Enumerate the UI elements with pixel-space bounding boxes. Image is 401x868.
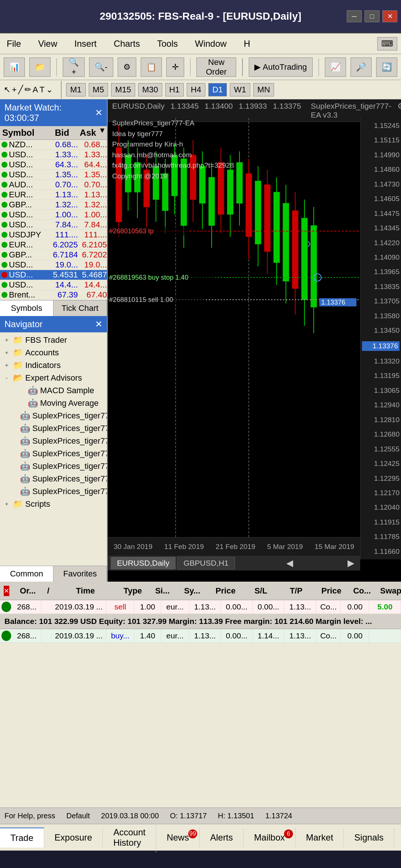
- chart-area[interactable]: EURUSD,Daily 1.13345 1.13400 1.13933 1.1…: [108, 99, 401, 582]
- order-panel-close-button[interactable]: ✕: [4, 586, 9, 596]
- status-dot: [1, 242, 7, 248]
- list-item[interactable]: Brent... 67.39 67.40: [0, 290, 107, 300]
- list-item[interactable]: USDJPY 111.... 111....: [0, 230, 107, 240]
- tab-tick-chart[interactable]: Tick Chart: [53, 300, 107, 316]
- tree-item-expert-advisors[interactable]: - 📂 Expert Advisors: [0, 372, 107, 384]
- keyboard-icon[interactable]: ⌨: [377, 37, 397, 50]
- list-item[interactable]: USD... 1.35... 1.35...: [0, 170, 107, 180]
- col-slash: /: [43, 586, 54, 596]
- close-button[interactable]: ✕: [382, 10, 397, 22]
- history-button[interactable]: 📈: [325, 57, 346, 77]
- menu-view[interactable]: View: [35, 37, 61, 50]
- tab-market[interactable]: Market: [296, 828, 344, 847]
- search-button[interactable]: 🔎: [351, 57, 372, 77]
- menu-help[interactable]: H: [241, 37, 253, 50]
- cursor-tool[interactable]: ↖: [4, 85, 10, 95]
- list-item[interactable]: AUD... 0.70... 0.70...: [0, 180, 107, 190]
- pencil-tool[interactable]: ✏: [25, 85, 31, 95]
- list-item[interactable]: EUR... 1.13... 1.13...: [0, 190, 107, 200]
- period-tool[interactable]: T: [40, 85, 45, 95]
- tree-item-scripts[interactable]: + 📁 Scripts: [0, 498, 107, 510]
- ask-value: 0.68...: [78, 140, 107, 149]
- menu-window[interactable]: Window: [192, 37, 229, 50]
- zoom-out-button[interactable]: 🔍-: [89, 57, 113, 77]
- tab-articles[interactable]: Articles: [394, 828, 401, 847]
- tree-item-moving-average[interactable]: 🤖 Moving Average: [0, 397, 107, 410]
- ea-icon: 🤖: [20, 412, 30, 420]
- list-item[interactable]: GBP... 1.32... 1.32...: [0, 200, 107, 210]
- market-watch-close[interactable]: ✕: [95, 108, 102, 118]
- tree-item-accounts[interactable]: + 📁 Accounts: [0, 346, 107, 359]
- properties-button[interactable]: ⚙: [118, 57, 136, 77]
- line-tool[interactable]: ╱: [18, 85, 23, 95]
- list-item[interactable]: GBP... 6.7184 6.7202: [0, 250, 107, 260]
- tf-m1[interactable]: M1: [66, 83, 86, 96]
- tab-symbols[interactable]: Symbols: [0, 300, 53, 316]
- tree-item-suplex-3[interactable]: 🤖 SuplexPrices_tiger777...: [0, 435, 107, 447]
- tf-m5[interactable]: M5: [89, 83, 108, 96]
- mailbox-badge: 6: [284, 829, 293, 838]
- tree-item-fbs-trader[interactable]: + 📁 FBS Trader: [0, 334, 107, 346]
- tf-m30[interactable]: M30: [138, 83, 162, 96]
- tree-item-suplex-4[interactable]: 🤖 SuplexPrices_tiger777...: [0, 447, 107, 460]
- maximize-button[interactable]: □: [365, 10, 379, 22]
- text-tool[interactable]: A: [33, 85, 38, 95]
- expander-indicators: +: [3, 362, 10, 369]
- navigator-close[interactable]: ✕: [95, 319, 102, 329]
- minimize-button[interactable]: ─: [347, 10, 362, 22]
- chart-nav-right[interactable]: ▶: [345, 558, 357, 568]
- crosshair-button[interactable]: ✛: [166, 57, 184, 77]
- open-button[interactable]: 📁: [29, 57, 50, 77]
- list-item[interactable]: USD... 7.84... 7.84...: [0, 220, 107, 230]
- cross-tool[interactable]: +: [12, 85, 17, 95]
- tab-alerts[interactable]: Alerts: [200, 828, 244, 847]
- list-item[interactable]: NZD... 0.68... 0.68...: [0, 140, 107, 150]
- tree-item-suplex-5[interactable]: 🤖 SuplexPrices_tiger777...: [0, 460, 107, 473]
- tab-account-history[interactable]: Account History: [103, 823, 156, 852]
- tf-w1[interactable]: W1: [230, 83, 250, 96]
- tree-item-suplex-1[interactable]: 🤖 SuplexPrices_tiger777...: [0, 410, 107, 422]
- chart-nav-left[interactable]: ◀: [283, 558, 296, 568]
- tab-gbpusd-h1[interactable]: GBPUSD,H1: [177, 557, 235, 569]
- new-chart-button[interactable]: 📊: [4, 57, 25, 77]
- template-button[interactable]: 📋: [141, 57, 162, 77]
- tf-mn[interactable]: MN: [253, 83, 274, 96]
- autotrading-button[interactable]: ▶ AutoTrading: [249, 57, 313, 77]
- arrow-tool[interactable]: ⌄: [46, 85, 53, 95]
- menu-charts[interactable]: Charts: [111, 37, 143, 50]
- tab-signals[interactable]: Signals: [344, 828, 394, 847]
- list-item[interactable]: USD... 64.3... 64.4...: [0, 160, 107, 170]
- bid-value: 7.84...: [49, 220, 78, 230]
- tf-d1[interactable]: D1: [208, 83, 227, 96]
- refresh-button[interactable]: 🔄: [376, 57, 397, 77]
- tf-m15[interactable]: M15: [111, 83, 135, 96]
- menu-insert[interactable]: Insert: [71, 37, 100, 50]
- tree-item-indicators[interactable]: + 📁 Indicators: [0, 359, 107, 372]
- menu-tools[interactable]: Tools: [154, 37, 181, 50]
- tf-h1[interactable]: H1: [165, 83, 184, 96]
- tree-item-suplex-6[interactable]: 🤖 SuplexPrices_tiger777...: [0, 473, 107, 485]
- svg-rect-31: [255, 181, 261, 244]
- menu-file[interactable]: File: [4, 37, 24, 50]
- tab-news[interactable]: News 99: [156, 828, 200, 847]
- list-item[interactable]: EUR... 6.2025 6.2105: [0, 240, 107, 250]
- list-item[interactable]: USD... 1.00... 1.00...: [0, 210, 107, 220]
- svg-rect-43: [311, 226, 317, 307]
- list-item[interactable]: USD... 14.4... 14.4...: [0, 280, 107, 290]
- tab-exposure[interactable]: Exposure: [44, 828, 103, 847]
- list-item[interactable]: USD... 5.4531 5.4687: [0, 270, 107, 280]
- tab-mailbox[interactable]: Mailbox 6: [244, 828, 296, 847]
- tree-item-suplex-2[interactable]: 🤖 SuplexPrices_tiger777...: [0, 422, 107, 435]
- tab-eurusd-daily[interactable]: EURUSD,Daily: [111, 557, 176, 569]
- tab-trade[interactable]: Trade: [0, 828, 44, 848]
- chart-settings-icon[interactable]: ⚙: [397, 102, 401, 119]
- list-item[interactable]: USD... 19.0... 19.0...: [0, 260, 107, 270]
- list-item[interactable]: USD... 1.33... 1.33...: [0, 150, 107, 160]
- zoom-in-button[interactable]: 🔍+: [63, 57, 85, 77]
- tree-item-macd-sample[interactable]: 🤖 MACD Sample: [0, 384, 107, 397]
- tf-h4[interactable]: H4: [187, 83, 205, 96]
- tab-common[interactable]: Common: [0, 566, 53, 582]
- tree-item-suplex-7[interactable]: 🤖 SuplexPrices_tiger777...: [0, 485, 107, 498]
- tab-favorites[interactable]: Favorites: [53, 566, 107, 582]
- new-order-button[interactable]: New Order: [196, 57, 236, 77]
